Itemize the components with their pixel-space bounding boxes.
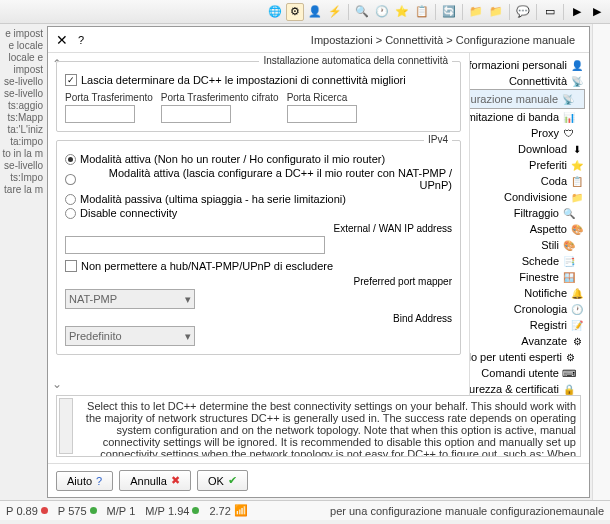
tb-list-icon[interactable]: 📋 xyxy=(413,3,431,21)
settings-tree: 👤Informazioni personali📡Connettività📡Con… xyxy=(469,53,589,395)
cancel-button[interactable]: ✖Annulla xyxy=(119,470,191,491)
tree-item[interactable]: 📡Connettività xyxy=(474,73,585,89)
tree-label: Informazioni personali xyxy=(469,59,567,71)
tree-icon: ⬇ xyxy=(571,143,583,155)
external-ip-label: External / WAN IP address xyxy=(65,223,452,234)
status-up2: 1 M/P xyxy=(107,505,136,517)
help-button[interactable]: ?Aiuto xyxy=(56,471,113,491)
tree-item[interactable]: 🕐Cronologia xyxy=(474,301,585,317)
auto-detect-checkbox[interactable]: ✓ xyxy=(65,74,77,86)
tb-window-icon[interactable]: ▭ xyxy=(541,3,559,21)
settings-content: ⌃ Installazione automatica della connett… xyxy=(48,53,469,395)
tree-icon: 📋 xyxy=(571,175,583,187)
tree-item[interactable]: 👤Informazioni personali xyxy=(474,57,585,73)
tree-icon: 📑 xyxy=(563,255,575,267)
tree-item[interactable]: ⭐Preferiti xyxy=(474,157,585,173)
tree-icon: 🛡 xyxy=(563,127,575,139)
radio-disable[interactable] xyxy=(65,208,76,219)
port-search-input[interactable] xyxy=(287,105,357,123)
tb-star-icon[interactable]: ⭐ xyxy=(393,3,411,21)
tree-label: Preferiti xyxy=(529,159,567,171)
tree-icon: 🔍 xyxy=(563,207,575,219)
tb-play2-icon[interactable]: ▶ xyxy=(568,3,586,21)
tree-item[interactable]: 🔒Sicurezza & certificati xyxy=(474,381,585,395)
tree-icon: ⚙ xyxy=(566,351,575,363)
tree-icon: 🔔 xyxy=(571,287,583,299)
tb-folder2-icon[interactable]: 📁 xyxy=(467,3,485,21)
tb-play-icon[interactable]: ▶ xyxy=(588,3,606,21)
tree-icon: 📝 xyxy=(571,319,583,331)
tree-item[interactable]: 📑Schede xyxy=(474,253,585,269)
help-scrollbar[interactable] xyxy=(59,398,73,454)
port-mapper-label: Preferred port mapper xyxy=(65,276,452,287)
bind-address-label: Bind Address xyxy=(65,313,452,324)
tree-item[interactable]: 🛡Proxy xyxy=(474,125,585,141)
tree-item[interactable]: 📋Coda xyxy=(474,173,585,189)
tb-user-icon[interactable]: 👤 xyxy=(306,3,324,21)
tree-label: Cronologia xyxy=(514,303,567,315)
tree-item[interactable]: ⌨Comandi utente xyxy=(474,365,585,381)
help-text: Select this to let DC++ determine the be… xyxy=(61,400,576,457)
radio-active-upnp[interactable] xyxy=(65,174,76,185)
tree-item[interactable]: 📝Registri xyxy=(474,317,585,333)
tree-label: Limitazione di banda xyxy=(469,111,559,123)
tree-item[interactable]: 🪟Finestre xyxy=(474,269,585,285)
external-ip-input[interactable] xyxy=(65,236,325,254)
close-icon[interactable]: ✕ xyxy=(56,32,68,48)
radio-active-norouter[interactable] xyxy=(65,154,76,165)
radio-passive[interactable] xyxy=(65,194,76,205)
tree-icon: 🔒 xyxy=(563,383,575,395)
radio2-label: Modalità attiva (lascia configurare a DC… xyxy=(80,167,452,191)
tree-label: Download xyxy=(518,143,567,155)
main-toolbar: ▶ ▶ ▭ 💬 📁 📁 🔄 📋 ⭐ 🕐 🔍 ⚡ 👤 ⚙ 🌐 xyxy=(0,0,610,24)
tb-gear-icon[interactable]: ⚙ xyxy=(286,3,304,21)
nat-override-label: Non permettere a hub/NAT-PMP/UPnP di esc… xyxy=(81,260,333,272)
nat-override-checkbox[interactable] xyxy=(65,260,77,272)
tree-label: Condivisione xyxy=(504,191,567,203)
status-v1: 📶2.72 xyxy=(209,504,247,517)
radio1-label: Modalità attiva (Non ho un router / Ho c… xyxy=(80,153,385,165)
tree-icon: ⭐ xyxy=(571,159,583,171)
ok-button[interactable]: ✔OK xyxy=(197,470,248,491)
tree-icon: ⌨ xyxy=(563,367,575,379)
tb-globe-icon[interactable]: 🌐 xyxy=(266,3,284,21)
tb-folder-icon[interactable]: 📁 xyxy=(487,3,505,21)
port-enc-label: Porta Trasferimento cifrato xyxy=(161,92,279,103)
port-mapper-select[interactable]: ▾NAT-PMP xyxy=(65,289,195,309)
tree-label: Solo per utenti esperti xyxy=(469,351,562,363)
tree-icon: 🪟 xyxy=(563,271,575,283)
port-enc-input[interactable] xyxy=(161,105,231,123)
tree-icon: 🎨 xyxy=(563,239,575,251)
bind-address-select[interactable]: ▾Predefinito xyxy=(65,326,195,346)
tree-label: Stili xyxy=(541,239,559,251)
tree-item[interactable]: 🔔Notifiche xyxy=(474,285,585,301)
tree-item[interactable]: 🎨Stili xyxy=(474,237,585,253)
tree-label: Proxy xyxy=(531,127,559,139)
tb-clock-icon[interactable]: 🕐 xyxy=(373,3,391,21)
port-transfer-input[interactable] xyxy=(65,105,135,123)
breadcrumb: Impostazioni > Connettività > Configuraz… xyxy=(311,34,581,46)
help-icon[interactable]: ? xyxy=(78,34,84,46)
background-text: e impost e locale locale e impost se-liv… xyxy=(0,24,45,500)
tree-item[interactable]: ⬇Download xyxy=(474,141,585,157)
tb-flash-icon[interactable]: ⚡ xyxy=(326,3,344,21)
port-transfer-label: Porta Trasferimento xyxy=(65,92,153,103)
settings-dialog: Impostazioni > Connettività > Configuraz… xyxy=(47,26,590,498)
tree-icon: 🕐 xyxy=(571,303,583,315)
status-p2: 0.89 P xyxy=(6,505,48,517)
status-message: per una configurazione manuale configura… xyxy=(258,505,604,517)
tree-icon: 🎨 xyxy=(571,223,583,235)
tree-item[interactable]: 📁Condivisione xyxy=(474,189,585,205)
tree-item[interactable]: 📡Configurazione manuale xyxy=(469,89,585,109)
tree-item[interactable]: ⚙Solo per utenti esperti xyxy=(474,349,585,365)
tree-label: Comandi utente xyxy=(481,367,559,379)
tree-item[interactable]: 🎨Aspetto xyxy=(474,221,585,237)
tb-chat-icon[interactable]: 💬 xyxy=(514,3,532,21)
tree-label: Aspetto xyxy=(530,223,567,235)
tb-refresh-icon[interactable]: 🔄 xyxy=(440,3,458,21)
tree-item[interactable]: ⚙Avanzate xyxy=(474,333,585,349)
tb-search-icon[interactable]: 🔍 xyxy=(353,3,371,21)
chevron-down-icon[interactable]: ⌄ xyxy=(52,377,62,391)
tree-item[interactable]: 🔍Filtraggio xyxy=(474,205,585,221)
tree-item[interactable]: 📊Limitazione di banda xyxy=(474,109,585,125)
